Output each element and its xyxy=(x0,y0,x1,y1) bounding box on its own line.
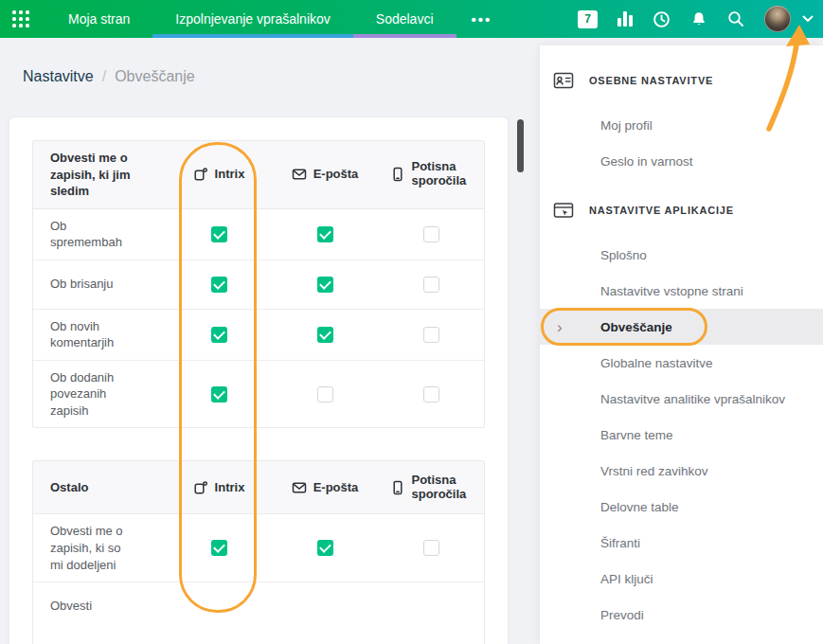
sidebar-item-label: Obveščanje xyxy=(600,320,672,334)
table-row: Ob brisanju xyxy=(33,260,484,310)
table-row: Ob spremembah xyxy=(33,209,484,260)
column-label: Potisna sporočila xyxy=(412,474,473,502)
notification-settings-card: Obvesti me o zapisih, ki jim sledim Intr… xyxy=(9,117,508,644)
row-label: Ob spremembah xyxy=(33,209,166,259)
checkbox[interactable] xyxy=(211,226,227,242)
checkbox[interactable] xyxy=(317,386,333,402)
follow-notifications-table: Obvesti me o zapisih, ki jim sledim Intr… xyxy=(32,140,485,428)
checkbox[interactable] xyxy=(317,226,333,242)
analytics-button[interactable] xyxy=(617,11,633,27)
sidebar-item-label: Geslo in varnost xyxy=(600,154,693,169)
sidebar-item-label: Barvne teme xyxy=(600,428,673,442)
sidebar-item-label: API ključi xyxy=(600,572,653,586)
other-notifications-table: Ostalo Intrix E-pošta xyxy=(32,460,485,644)
profile-avatar-button[interactable] xyxy=(764,6,791,32)
sidebar-item-label: Globalne nastavitve xyxy=(600,356,713,370)
content-scrollbar-thumb[interactable] xyxy=(517,119,524,172)
tab-label: Izpolnjevanje vprašalnikov xyxy=(175,11,330,27)
sidebar-item-nastavitve-vstopne-strani[interactable]: › Nastavitve vstopne strani xyxy=(540,273,823,309)
avatar xyxy=(764,6,791,32)
table-header-row: Obvesti me o zapisih, ki jim sledim Intr… xyxy=(33,141,484,209)
apps-grid-icon xyxy=(12,10,29,27)
table-row: Obvesti me o zapisih, ki so mi dodeljeni xyxy=(33,514,484,582)
column-header-push: Potisna sporočila xyxy=(378,152,484,196)
tab-izpolnjevanje-vprasalnikov[interactable]: Izpolnjevanje vprašalnikov xyxy=(152,0,352,38)
search-button[interactable] xyxy=(727,10,744,27)
apps-menu-button[interactable] xyxy=(0,0,42,38)
more-tabs-button[interactable]: ••• xyxy=(456,0,508,38)
sidebar-item-splosno[interactable]: › Splošno xyxy=(540,237,823,273)
section-title: OSEBNE NASTAVITVE xyxy=(589,75,713,86)
table-row: Ob dodanih povezanih zapisih xyxy=(33,361,484,428)
checkbox[interactable] xyxy=(423,327,439,343)
settings-notifications-page: Moja stran Izpolnjevanje vprašalnikov So… xyxy=(0,0,823,644)
column-label: Intrix xyxy=(215,168,245,182)
topbar-actions: 7 xyxy=(578,0,823,38)
checkbox[interactable] xyxy=(423,226,439,242)
sidebar-item-label: Splošno xyxy=(600,248,647,262)
table-title: Ostalo xyxy=(33,471,166,505)
push-phone-icon xyxy=(390,167,405,182)
breadcrumb-current-page: Obveščanje xyxy=(115,68,195,85)
row-label: Ob dodanih povezanih zapisih xyxy=(33,361,166,428)
calendar-button[interactable]: 7 xyxy=(578,10,598,28)
history-button[interactable] xyxy=(653,10,671,28)
checkbox[interactable] xyxy=(317,327,333,343)
column-label: Potisna sporočila xyxy=(412,160,473,188)
checkbox[interactable] xyxy=(423,540,439,556)
checkbox[interactable] xyxy=(317,277,333,293)
intrix-app-icon xyxy=(193,167,208,182)
checkbox[interactable] xyxy=(317,540,333,556)
sidebar-item-label: Nastavitve analitike vprašalnikov xyxy=(600,392,785,406)
bar-chart-icon xyxy=(617,11,633,27)
sidebar-item-barvne-teme[interactable]: › Barvne teme xyxy=(540,417,823,453)
sidebar-item-globalne-nastavitve[interactable]: › Globalne nastavitve xyxy=(540,345,823,381)
sidebar-item-geslo-in-varnost[interactable]: › Geslo in varnost xyxy=(540,143,823,179)
column-label: E-pošta xyxy=(313,168,359,182)
column-header-intrix: Intrix xyxy=(166,473,272,503)
checkbox[interactable] xyxy=(423,277,439,293)
calendar-icon: 7 xyxy=(578,10,598,28)
breadcrumb-settings-link[interactable]: Nastavitve xyxy=(23,68,94,85)
table-row: Ob novih komentarjih xyxy=(33,310,484,361)
checkbox[interactable] xyxy=(211,386,227,402)
id-card-icon xyxy=(553,70,574,91)
sidebar-item-sifranti[interactable]: › Šifranti xyxy=(540,525,823,561)
sidebar-item-obvescanje[interactable]: › Obveščanje xyxy=(540,309,823,345)
main-tabs: Moja stran Izpolnjevanje vprašalnikov So… xyxy=(45,0,507,38)
sidebar-item-moj-profil[interactable]: › Moj profil xyxy=(540,107,823,143)
bell-icon xyxy=(690,10,707,27)
checkbox[interactable] xyxy=(211,540,227,556)
row-label: Obvesti xyxy=(33,582,166,623)
sidebar-item-nastavitve-analitike[interactable]: › Nastavitve analitike vprašalnikov xyxy=(540,381,823,417)
chevron-down-icon xyxy=(802,15,814,23)
column-label: Intrix xyxy=(215,481,245,495)
sidebar-item-prevodi[interactable]: › Prevodi xyxy=(540,597,823,633)
sidebar-item-vrstni-red-zavihkov[interactable]: › Vrstni red zavihkov xyxy=(540,453,823,489)
settings-sidebar: OSEBNE NASTAVITVE › Moj profil › Geslo i… xyxy=(540,45,823,644)
sidebar-item-delovne-table[interactable]: › Delovne table xyxy=(540,489,823,525)
row-label: Ob brisanju xyxy=(33,267,166,301)
checkbox[interactable] xyxy=(423,386,439,402)
table-row-partially-visible: Obvesti xyxy=(33,582,484,644)
email-icon xyxy=(292,480,307,495)
tab-moja-stran[interactable]: Moja stran xyxy=(45,0,152,38)
search-icon xyxy=(727,10,744,27)
breadcrumb: Nastavitve / Obveščanje xyxy=(23,68,195,85)
checkbox[interactable] xyxy=(211,327,227,343)
top-navigation-bar: Moja stran Izpolnjevanje vprašalnikov So… xyxy=(0,0,823,38)
column-header-email: E-pošta xyxy=(272,473,378,503)
section-personal-settings: OSEBNE NASTAVITVE xyxy=(540,66,823,95)
tab-label: Sodelavci xyxy=(376,11,434,27)
sidebar-item-label: Prevodi xyxy=(600,608,644,622)
profile-menu-chevron[interactable] xyxy=(802,15,814,23)
sidebar-item-label: Nastavitve vstopne strani xyxy=(600,284,743,298)
table-header-row: Ostalo Intrix E-pošta xyxy=(33,461,484,514)
section-items: › Moj profil › Geslo in varnost xyxy=(540,107,823,179)
sidebar-item-api-kljuci[interactable]: › API ključi xyxy=(540,561,823,597)
notifications-button[interactable] xyxy=(690,10,707,27)
checkbox[interactable] xyxy=(211,277,227,293)
row-label: Ob novih komentarjih xyxy=(33,310,166,360)
tab-sodelavci[interactable]: Sodelavci xyxy=(353,0,456,38)
app-window-icon xyxy=(553,200,574,221)
